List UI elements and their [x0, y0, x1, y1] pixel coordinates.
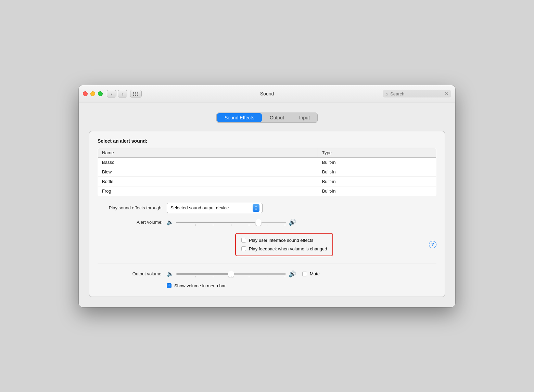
search-clear-icon[interactable]: ✕ [444, 91, 448, 96]
forward-button[interactable]: › [118, 90, 127, 97]
help-button[interactable]: ? [429, 241, 436, 248]
dropdown-arrow-icon: ▲▼ [253, 204, 259, 212]
ui-sound-effects-row: Play user interface sound effects [241, 238, 327, 243]
play-through-label: Play sound effects through: [98, 205, 163, 210]
alert-volume-row: Alert volume: 🔈 [98, 219, 436, 226]
row-name: Blow [98, 167, 318, 177]
ui-sound-effects-checkbox[interactable] [241, 238, 246, 243]
checkmark-icon: ✓ [168, 284, 170, 287]
grid-button[interactable] [130, 90, 142, 97]
output-volume-slider[interactable] [176, 273, 286, 275]
back-button[interactable]: ‹ [107, 90, 116, 97]
volume-high-icon: 🔊 [289, 219, 296, 226]
table-row[interactable]: FrogBuilt-in [98, 186, 436, 196]
row-type: Built-in [318, 177, 436, 186]
col-header-name: Name [98, 148, 318, 157]
content: Sound Effects Output Input Select an ale… [79, 103, 455, 307]
play-through-row: Play sound effects through: Selected sou… [98, 203, 436, 213]
search-bar: ⌕ ✕ [383, 90, 451, 97]
row-type: Built-in [318, 167, 436, 177]
grid-icon [133, 92, 139, 96]
output-volume-high-icon: 🔊 [289, 270, 296, 278]
volume-feedback-row: Play feedback when volume is changed [241, 246, 327, 251]
window: ‹ › Sound ⌕ ✕ Sound Effects [79, 85, 455, 307]
traffic-lights [83, 91, 103, 96]
play-through-value: Selected sound output device [170, 205, 229, 210]
show-volume-row: ✓ Show volume in menu bar [167, 283, 436, 288]
output-volume-row: Output volume: 🔈 [98, 270, 436, 278]
back-icon: ‹ [111, 91, 113, 97]
window-title: Sound [260, 91, 274, 96]
highlight-box: Play user interface sound effects Play f… [235, 233, 333, 256]
alert-sound-table: Name Type BassoBuilt-inBlowBuilt-inBottl… [98, 148, 436, 196]
tabs-container: Sound Effects Output Input [89, 113, 445, 123]
table-row[interactable]: BassoBuilt-in [98, 157, 436, 167]
highlight-section: Play user interface sound effects Play f… [98, 232, 436, 258]
help-icon: ? [431, 242, 434, 247]
volume-feedback-label: Play feedback when volume is changed [249, 246, 327, 251]
show-volume-checkbox[interactable]: ✓ [167, 283, 171, 288]
alert-sound-title: Select an alert sound: [98, 138, 436, 144]
row-name: Bottle [98, 177, 318, 186]
main-panel: Select an alert sound: Name Type BassoBu… [89, 131, 445, 297]
alert-volume-label: Alert volume: [98, 220, 163, 225]
mute-label: Mute [310, 271, 320, 276]
close-button[interactable] [83, 91, 88, 96]
divider [98, 263, 436, 263]
table-row[interactable]: BlowBuilt-in [98, 167, 436, 177]
row-name: Frog [98, 186, 318, 196]
tab-input[interactable]: Input [292, 113, 317, 122]
show-volume-label: Show volume in menu bar [174, 283, 226, 288]
row-type: Built-in [318, 186, 436, 196]
maximize-button[interactable] [98, 91, 103, 96]
ui-sound-effects-label: Play user interface sound effects [249, 238, 313, 243]
tab-output[interactable]: Output [262, 113, 292, 122]
row-type: Built-in [318, 157, 436, 167]
tab-sound-effects[interactable]: Sound Effects [217, 113, 262, 122]
col-header-type: Type [318, 148, 436, 157]
search-icon: ⌕ [385, 91, 388, 96]
minimize-button[interactable] [90, 91, 95, 96]
nav-buttons: ‹ › [107, 90, 142, 97]
search-input[interactable] [390, 91, 442, 96]
play-through-dropdown[interactable]: Selected sound output device ▲▼ [167, 203, 263, 213]
alert-volume-slider-row: 🔈 🔊 [167, 219, 296, 226]
forward-icon: › [122, 91, 124, 97]
volume-feedback-checkbox[interactable] [241, 246, 246, 251]
output-volume-low-icon: 🔈 [167, 271, 174, 277]
row-name: Basso [98, 157, 318, 167]
output-volume-label: Output volume: [98, 271, 163, 276]
tabs: Sound Effects Output Input [216, 113, 318, 123]
output-volume-slider-row: 🔈 🔊 [167, 270, 320, 278]
table-row[interactable]: BottleBuilt-in [98, 177, 436, 186]
mute-checkbox[interactable] [302, 272, 307, 276]
volume-low-icon: 🔈 [167, 219, 174, 225]
titlebar: ‹ › Sound ⌕ ✕ [79, 85, 455, 103]
alert-volume-slider[interactable] [176, 222, 286, 223]
